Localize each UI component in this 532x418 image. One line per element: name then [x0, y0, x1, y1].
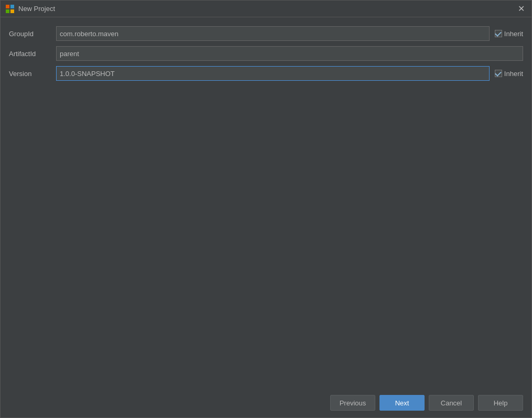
- svg-rect-2: [6, 9, 9, 13]
- artifactid-input[interactable]: [56, 46, 523, 61]
- title-bar: New Project ✕: [1, 1, 531, 17]
- groupid-inherit-label: Inherit: [504, 30, 523, 38]
- svg-rect-3: [10, 9, 14, 13]
- version-inherit-checkbox[interactable]: [495, 70, 502, 77]
- artifactid-row: ArtifactId: [9, 46, 523, 61]
- help-button[interactable]: Help: [478, 395, 523, 411]
- svg-rect-0: [6, 5, 9, 8]
- bottom-bar: Previous Next Cancel Help: [1, 388, 531, 417]
- new-project-window: New Project ✕ GroupId Inherit ArtifactId…: [0, 0, 532, 418]
- groupid-inherit-container: Inherit: [495, 30, 523, 38]
- title-bar-left: New Project: [6, 5, 55, 13]
- artifactid-label: ArtifactId: [9, 50, 56, 58]
- groupid-input[interactable]: [56, 26, 490, 41]
- version-inherit-container: Inherit: [495, 70, 523, 78]
- content-spacer: [9, 85, 523, 388]
- previous-button[interactable]: Previous: [330, 395, 375, 411]
- content-area: GroupId Inherit ArtifactId Version Inher…: [1, 17, 531, 388]
- version-inherit-label: Inherit: [504, 70, 523, 78]
- svg-rect-1: [10, 5, 14, 8]
- close-button[interactable]: ✕: [515, 3, 527, 15]
- version-label: Version: [9, 70, 56, 78]
- version-input[interactable]: [56, 66, 490, 81]
- groupid-label: GroupId: [9, 30, 56, 38]
- window-title: New Project: [18, 5, 55, 13]
- groupid-inherit-checkbox[interactable]: [495, 30, 502, 37]
- groupid-row: GroupId Inherit: [9, 26, 523, 41]
- next-button[interactable]: Next: [379, 395, 425, 411]
- app-icon: [6, 5, 14, 13]
- cancel-button[interactable]: Cancel: [429, 395, 474, 411]
- version-row: Version Inherit: [9, 66, 523, 81]
